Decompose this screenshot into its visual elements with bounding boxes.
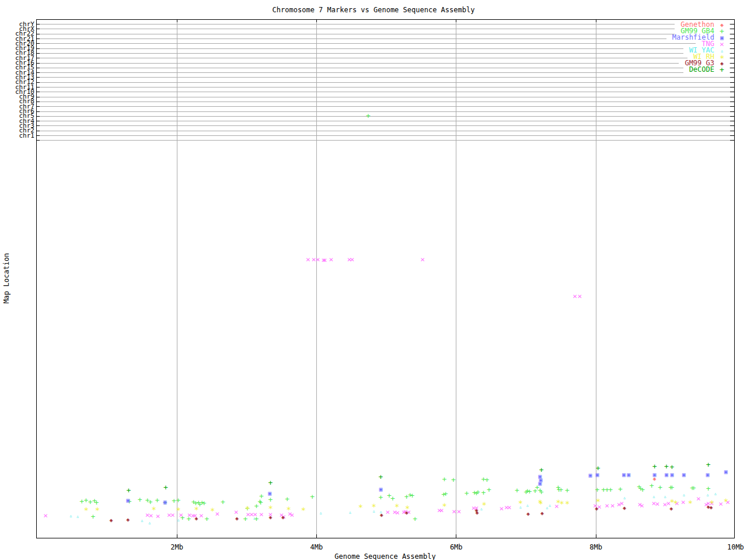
data-point: × xyxy=(578,292,582,300)
y-axis-tick xyxy=(36,135,40,136)
data-point: ∗ xyxy=(559,498,564,506)
data-point: ∗ xyxy=(371,501,376,509)
data-point: ▣ xyxy=(538,481,542,487)
y-axis-tick xyxy=(730,34,734,34)
data-point: + xyxy=(596,464,601,472)
data-point: + xyxy=(413,515,417,523)
data-point: + xyxy=(650,482,654,489)
vertical-gridline xyxy=(177,19,177,538)
y-axis-tick xyxy=(730,97,734,97)
y-axis-tick xyxy=(36,24,40,24)
y-axis-tick xyxy=(36,125,40,126)
data-point: + xyxy=(465,489,469,497)
data-point: + xyxy=(481,489,486,496)
data-point: + xyxy=(608,486,613,494)
data-point: ▵ xyxy=(140,517,144,523)
data-point: ▣ xyxy=(682,472,686,478)
data-point: ◈ xyxy=(235,516,239,522)
data-point: + xyxy=(658,484,662,491)
asterisk-icon: ∗ xyxy=(714,54,729,60)
data-point: ▵ xyxy=(148,520,151,526)
y-axis-tick xyxy=(36,53,40,54)
data-point: + xyxy=(379,473,383,481)
chart-canvas: Chromosome 7 Markers vs Genome Sequence … xyxy=(0,0,747,560)
x-axis-tick xyxy=(456,19,456,22)
y-axis-tick xyxy=(730,68,734,68)
chromosome-gridline xyxy=(37,34,734,34)
data-point: + xyxy=(285,495,289,503)
chromosome-gridline xyxy=(37,135,734,136)
data-point: ▵ xyxy=(253,515,256,521)
data-point: + xyxy=(221,498,225,506)
data-point: + xyxy=(515,487,519,494)
data-point: ∗ xyxy=(673,498,678,506)
y-axis-tick xyxy=(730,58,734,58)
chromosome-gridline xyxy=(37,111,734,112)
data-point: ◈ xyxy=(405,510,409,516)
y-axis-tick xyxy=(730,82,734,83)
x-axis-tick xyxy=(456,534,456,538)
plus-icon: + xyxy=(714,28,729,34)
data-point: ◈ xyxy=(595,506,598,512)
x-axis-tick xyxy=(596,19,596,22)
data-point: ▵ xyxy=(348,509,352,515)
data-point: + xyxy=(640,486,645,494)
data-point: ▣ xyxy=(665,472,668,478)
y-axis-tick xyxy=(36,48,40,49)
data-point: ∗ xyxy=(151,504,156,512)
data-point: + xyxy=(565,487,570,494)
data-point: × xyxy=(573,292,577,300)
data-point: × xyxy=(329,256,334,263)
chromosome-gridline xyxy=(37,24,734,24)
chromosome-gridline xyxy=(37,29,734,29)
data-point: ▣ xyxy=(724,469,728,475)
data-point: + xyxy=(366,112,371,120)
chromosome-gridline xyxy=(37,125,734,126)
y-axis-tick xyxy=(36,131,40,131)
data-point: + xyxy=(91,513,96,520)
y-axis-tick xyxy=(36,38,40,39)
legend-label: DeCODE xyxy=(689,66,714,73)
data-point: + xyxy=(155,496,160,504)
data-point: ▣ xyxy=(653,472,657,478)
y-axis-tick xyxy=(36,140,40,141)
y-axis-chromosome-label: chr1 xyxy=(0,133,34,139)
chromosome-gridline xyxy=(37,116,734,117)
chromosome-gridline xyxy=(37,68,734,68)
chart-title: Chromosome 7 Markers vs Genome Sequence … xyxy=(0,6,747,14)
x-axis-tick xyxy=(316,534,317,538)
y-axis-tick xyxy=(730,116,734,117)
data-point: ▣ xyxy=(379,487,382,492)
data-point: ◈ xyxy=(709,505,713,510)
data-point: + xyxy=(176,496,181,504)
data-point: + xyxy=(652,463,657,470)
data-point: ▵ xyxy=(714,491,717,496)
data-point: × xyxy=(170,511,175,519)
data-point: ∗ xyxy=(194,504,198,512)
data-point: + xyxy=(539,466,544,474)
data-point: + xyxy=(410,492,414,499)
data-point: + xyxy=(487,486,491,494)
chromosome-gridline xyxy=(37,131,734,131)
data-point: ▵ xyxy=(706,492,710,498)
data-point: + xyxy=(558,486,563,494)
data-point: ◈ xyxy=(540,510,544,516)
data-point: ∗ xyxy=(358,502,363,510)
y-axis-tick xyxy=(730,48,734,49)
y-axis-tick xyxy=(730,72,734,73)
y-axis-tick xyxy=(730,92,734,92)
chromosome-gridline xyxy=(37,106,734,107)
data-point: × xyxy=(605,502,609,509)
x-axis-tick-label: 8Mb xyxy=(578,543,613,551)
chromosome-gridline xyxy=(37,43,734,44)
data-point: ∗ xyxy=(301,505,305,513)
data-point: ▣ xyxy=(163,499,167,505)
data-point: ◈ xyxy=(110,517,113,523)
chromosome-gridline xyxy=(37,48,734,49)
data-point: + xyxy=(205,515,210,523)
data-point: + xyxy=(163,484,168,491)
data-point: + xyxy=(202,499,207,507)
data-point: ▵ xyxy=(682,492,686,498)
chromosome-gridline xyxy=(37,53,734,54)
data-point: ▵ xyxy=(319,510,323,516)
